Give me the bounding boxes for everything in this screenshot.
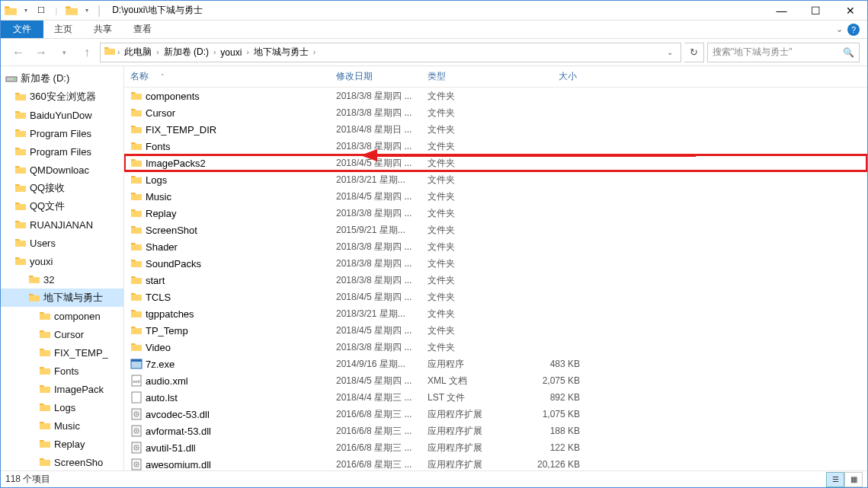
file-row[interactable]: Music2018/4/5 星期四 ...文件夹 bbox=[124, 188, 867, 205]
tree-label: 360安全浏览器 bbox=[30, 90, 96, 104]
tree-item[interactable]: Program Files bbox=[1, 142, 123, 161]
tree-item[interactable]: ImagePack bbox=[1, 380, 123, 398]
tree-item[interactable]: youxi bbox=[1, 252, 123, 270]
maximize-button[interactable]: ☐ bbox=[799, 1, 833, 21]
tree-item[interactable]: Fonts bbox=[1, 362, 123, 380]
tree-item[interactable]: FIX_TEMP_ bbox=[1, 343, 123, 362]
col-header-name[interactable]: 名称 ˄ bbox=[130, 70, 336, 83]
file-row[interactable]: components2018/3/8 星期四 ...文件夹 bbox=[124, 88, 867, 104]
tree-item[interactable]: QQ接收 bbox=[1, 179, 123, 197]
ribbon-tab-home[interactable]: 主页 bbox=[43, 21, 83, 38]
file-row[interactable]: FIX_TEMP_DIR2018/4/8 星期日 ...文件夹 bbox=[124, 121, 867, 138]
tree-item[interactable]: Replay bbox=[1, 435, 123, 453]
file-name: avutil-51.dll bbox=[146, 442, 336, 454]
file-row[interactable]: ImagePacks22018/4/5 星期四 ...文件夹 bbox=[124, 155, 867, 171]
file-row[interactable]: TCLS2018/4/5 星期四 ...文件夹 bbox=[124, 289, 867, 305]
qat-dropdown-icon[interactable]: ▾ bbox=[80, 4, 94, 18]
folder-icon bbox=[130, 140, 146, 152]
back-button[interactable]: ← bbox=[8, 43, 28, 62]
file-row[interactable]: audio.xml2018/4/5 星期四 ...XML 文档2,075 KB bbox=[124, 372, 867, 389]
file-type: 文件夹 bbox=[428, 308, 511, 321]
up-button[interactable]: ↑ bbox=[77, 43, 97, 62]
folder-icon bbox=[130, 123, 146, 136]
tree-item[interactable]: Program Files bbox=[1, 124, 123, 142]
chevron-right-icon[interactable]: › bbox=[245, 48, 250, 56]
refresh-button[interactable]: ↻ bbox=[684, 43, 704, 62]
file-row[interactable]: Fonts2018/3/8 星期四 ...文件夹 bbox=[124, 138, 867, 155]
file-row[interactable]: awesomium.dll2016/6/8 星期三 ...应用程序扩展20,12… bbox=[124, 456, 867, 470]
file-row[interactable]: Video2018/3/8 星期四 ...文件夹 bbox=[124, 339, 867, 356]
tree-item[interactable]: Users bbox=[1, 234, 123, 252]
ribbon-tab-view[interactable]: 查看 bbox=[123, 21, 162, 38]
tree-item[interactable]: ScreenSho bbox=[1, 453, 123, 470]
tree-item[interactable]: 地下城与勇士 bbox=[1, 289, 123, 307]
view-details-button[interactable]: ☰ bbox=[826, 472, 844, 487]
tree-item[interactable]: Music bbox=[1, 416, 123, 435]
search-icon[interactable]: 🔍 bbox=[843, 47, 854, 58]
breadcrumb-seg[interactable]: 新加卷 (D:) bbox=[161, 46, 212, 59]
help-icon[interactable]: ? bbox=[847, 24, 860, 36]
file-row[interactable]: Replay2018/3/8 星期四 ...文件夹 bbox=[124, 205, 867, 222]
ribbon-tab-file[interactable]: 文件 bbox=[1, 21, 43, 38]
file-row[interactable]: start2018/3/8 星期四 ...文件夹 bbox=[124, 272, 867, 289]
file-type: 文件夹 bbox=[428, 341, 511, 354]
file-row[interactable]: avutil-51.dll2016/6/8 星期三 ...应用程序扩展122 K… bbox=[124, 439, 867, 456]
tree-item[interactable]: componen bbox=[1, 307, 123, 325]
chevron-right-icon[interactable]: › bbox=[212, 48, 217, 56]
ribbon-expand-icon[interactable]: ⌄ bbox=[836, 24, 843, 34]
close-button[interactable]: ✕ bbox=[833, 1, 867, 21]
recent-dropdown[interactable]: ▾ bbox=[54, 43, 74, 62]
tree-item[interactable]: Logs bbox=[1, 398, 123, 416]
breadcrumb-seg[interactable]: youxi bbox=[217, 47, 245, 58]
file-row[interactable]: avformat-53.dll2016/6/8 星期三 ...应用程序扩展188… bbox=[124, 423, 867, 439]
file-date: 2018/3/8 星期四 ... bbox=[336, 140, 428, 153]
view-icons-button[interactable]: ▦ bbox=[844, 472, 863, 487]
file-row[interactable]: tgppatches2018/3/21 星期...文件夹 bbox=[124, 305, 867, 322]
chevron-right-icon[interactable]: › bbox=[155, 48, 160, 56]
tree-label: FIX_TEMP_ bbox=[54, 347, 108, 359]
tree-item[interactable]: 32 bbox=[1, 270, 123, 289]
folder-icon bbox=[130, 324, 146, 336]
col-header-type[interactable]: 类型 bbox=[428, 70, 511, 83]
file-list[interactable]: components2018/3/8 星期四 ...文件夹Cursor2018/… bbox=[124, 88, 867, 470]
col-header-date[interactable]: 修改日期 bbox=[336, 70, 428, 83]
breadcrumb[interactable]: › 此电脑› 新加卷 (D:)› youxi› 地下城与勇士› ⌄ bbox=[100, 43, 681, 62]
file-row[interactable]: Cursor2018/3/8 星期四 ...文件夹 bbox=[124, 104, 867, 121]
properties-icon[interactable]: ☐ bbox=[34, 4, 48, 18]
forward-button[interactable]: → bbox=[31, 43, 51, 62]
col-header-size[interactable]: 大小 bbox=[511, 70, 580, 83]
file-row[interactable]: TP_Temp2018/4/5 星期四 ...文件夹 bbox=[124, 322, 867, 339]
ribbon-tab-share[interactable]: 共享 bbox=[83, 21, 123, 38]
minimize-button[interactable]: — bbox=[764, 1, 799, 21]
breadcrumb-seg[interactable]: 地下城与勇士 bbox=[251, 46, 312, 59]
tree-item[interactable]: Cursor bbox=[1, 325, 123, 343]
folder-tree[interactable]: 新加卷 (D:) 360安全浏览器BaiduYunDowProgram File… bbox=[1, 66, 124, 470]
tree-item[interactable]: BaiduYunDow bbox=[1, 106, 123, 124]
tree-item[interactable]: RUANJIANAN bbox=[1, 215, 123, 234]
file-type: 文件夹 bbox=[428, 291, 511, 304]
chevron-right-icon[interactable]: › bbox=[116, 48, 121, 56]
breadcrumb-seg[interactable]: 此电脑 bbox=[121, 46, 155, 59]
tree-item[interactable]: QQ文件 bbox=[1, 197, 123, 215]
file-row[interactable]: avcodec-53.dll2016/6/8 星期三 ...应用程序扩展1,07… bbox=[124, 406, 867, 423]
file-type: 文件夹 bbox=[428, 90, 511, 103]
tree-label: BaiduYunDow bbox=[30, 110, 92, 121]
file-row[interactable]: 7z.exe2014/9/16 星期...应用程序483 KB bbox=[124, 356, 867, 372]
search-input[interactable]: 搜索"地下城与勇士" 🔍 bbox=[707, 43, 860, 62]
file-date: 2018/3/8 星期四 ... bbox=[336, 207, 428, 220]
file-type: 应用程序 bbox=[428, 358, 511, 371]
file-row[interactable]: Logs2018/3/21 星期...文件夹 bbox=[124, 171, 867, 188]
file-row[interactable]: SoundPacks2018/3/8 星期四 ...文件夹 bbox=[124, 255, 867, 272]
tree-item[interactable]: 360安全浏览器 bbox=[1, 88, 123, 106]
tree-item[interactable]: QMDownloac bbox=[1, 161, 123, 179]
file-row[interactable]: auto.lst2018/4/4 星期三 ...LST 文件892 KB bbox=[124, 389, 867, 406]
tree-drive[interactable]: 新加卷 (D:) bbox=[1, 69, 123, 88]
qat-chevron-icon[interactable]: ▾ bbox=[19, 4, 33, 18]
chevron-right-icon[interactable]: › bbox=[312, 48, 317, 56]
dll-icon bbox=[130, 458, 146, 470]
folder-icon bbox=[130, 274, 146, 286]
folder-icon bbox=[39, 346, 51, 359]
file-row[interactable]: Shader2018/3/8 星期四 ...文件夹 bbox=[124, 238, 867, 255]
file-row[interactable]: ScreenShot2015/9/21 星期...文件夹 bbox=[124, 222, 867, 238]
breadcrumb-dropdown-icon[interactable]: ⌄ bbox=[667, 48, 677, 56]
